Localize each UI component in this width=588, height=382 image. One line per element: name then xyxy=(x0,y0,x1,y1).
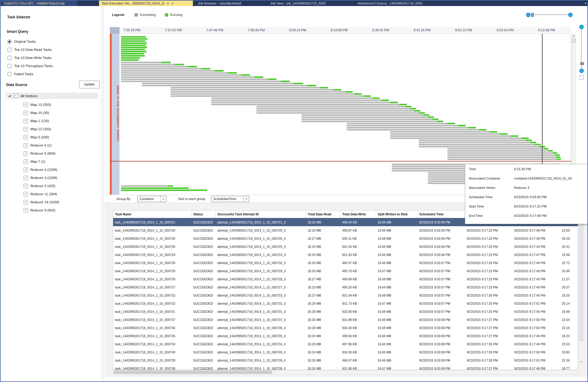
table-row[interactable]: task_1442995301718_0014_1_10_000738SUCCE… xyxy=(113,364,578,370)
checkbox-icon[interactable]: ✓ xyxy=(23,200,28,205)
tab-5[interactable]: HiveServer2 Execut...1442995301718_0031 xyxy=(355,1,453,6)
checkbox-icon[interactable]: ✓ xyxy=(23,184,28,188)
tree-item[interactable]: ✓Map 1 (125) xyxy=(23,118,49,124)
table-row[interactable]: task_1442995301718_0014_1_10_000730SUCCE… xyxy=(113,259,578,267)
table-cell: 16.64 MB xyxy=(376,283,417,291)
tree-item[interactable]: ✓Reducer 5 (694) xyxy=(23,150,55,156)
tab-dropdown-icon[interactable]: ▼ xyxy=(167,1,169,6)
table-row[interactable]: task_1442995301718_0014_1_10_000724SUCCE… xyxy=(113,251,578,259)
sort-in-group-dropdown[interactable]: ScheduledTime ▼ xyxy=(211,196,249,202)
column-header[interactable]: Successful Task Attempt ID xyxy=(215,211,306,218)
column-header[interactable]: Spill Written to Disk xyxy=(376,211,417,218)
radio-option-2[interactable]: Top 10 Data Read Tasks xyxy=(7,47,52,53)
tree-item[interactable]: ✓Map 0 (250) xyxy=(23,134,49,140)
checkbox-icon[interactable]: ✓ xyxy=(23,159,28,164)
radio-option-1[interactable]: Original Tasks xyxy=(7,39,36,45)
zoom-out-vertical-button[interactable]: − xyxy=(579,69,584,73)
radio-icon[interactable] xyxy=(7,39,12,44)
zoom-out-horizontal-button[interactable]: − xyxy=(526,13,531,17)
checkbox-all-vertices[interactable]: ✓ xyxy=(14,94,18,98)
column-header[interactable]: Task Name xyxy=(113,211,191,218)
table-row[interactable]: task_1442995301718_0014_1_10_000734SUCCE… xyxy=(113,340,578,348)
zoom-in-vertical-button[interactable]: ↑ xyxy=(579,25,584,29)
tree-item[interactable]: ✓Map 13 (250) xyxy=(23,102,51,108)
table-row[interactable]: task_1442995301718_0014_1_10_000733SUCCE… xyxy=(113,291,578,299)
tree-item[interactable]: ✓Map 7 (1) xyxy=(23,159,45,165)
table-row[interactable]: task_1442995301718_0014_1_10_000737SUCCE… xyxy=(113,316,578,324)
table-row[interactable]: task_1442995301718_0014_1_10_000736SUCCE… xyxy=(113,324,578,332)
container-row-gutter[interactable]: container_1442995301718_0014_01_000008 xyxy=(110,34,119,195)
tree-expander-icon[interactable] xyxy=(8,95,11,97)
table-row[interactable]: task_1442995301718_0014_1_10_000731SUCCE… xyxy=(113,307,578,316)
table-row[interactable]: task_1442995301718_0014_1_10_000726SUCCE… xyxy=(113,234,578,242)
column-header[interactable]: Status xyxy=(191,211,215,218)
zoom-in-horizontal-button[interactable]: → xyxy=(568,13,573,17)
checkbox-icon[interactable]: ✓ xyxy=(23,151,28,156)
tree-item[interactable]: ✓Reducer 11 (304) xyxy=(23,191,57,197)
table-row[interactable]: task_1442995301718_0014_1_10_000728SUCCE… xyxy=(113,275,578,283)
chevron-down-icon[interactable]: ▼ xyxy=(161,196,166,202)
table-row[interactable]: task_1442995301718_0014_1_10_000739SUCCE… xyxy=(113,356,578,364)
column-header[interactable]: Total Data Read xyxy=(306,211,340,218)
chevron-down-icon[interactable]: ▼ xyxy=(243,196,249,202)
radio-option-3[interactable]: Top 10 Data Write Tasks xyxy=(7,55,51,61)
radio-icon[interactable] xyxy=(7,72,12,76)
tree-item[interactable]: ✓Reducer 9 (903) xyxy=(23,207,55,213)
tab-4[interactable]: Job View : job_1442995301718_0032 xyxy=(268,1,353,6)
table-scrollbar-thumb[interactable] xyxy=(579,211,583,341)
tab-close-icon[interactable]: ✕ xyxy=(172,1,174,6)
table-vertical-scrollbar[interactable]: ▼ xyxy=(578,210,583,370)
tree-item[interactable]: ✓Map 10 (35) xyxy=(23,110,49,116)
tab-2[interactable]: Task Execution Vie...2995301718_0014_1)▼… xyxy=(99,1,193,6)
checkbox-icon[interactable]: ✓ xyxy=(23,208,28,213)
checkbox-icon[interactable]: ✓ xyxy=(23,119,28,123)
table-row[interactable]: task_1442995301718_0014_1_10_000720SUCCE… xyxy=(113,226,578,234)
chart-scrollbar-thumb[interactable] xyxy=(572,39,576,43)
table-row[interactable]: task_1442995301718_0014_1_10_000735SUCCE… xyxy=(113,332,578,340)
table-cell: SUCCEEDED xyxy=(191,275,215,283)
table-row[interactable]: task_1442995301718_0014_1_10_000740SUCCE… xyxy=(113,348,578,356)
tree-item[interactable]: ✓Map 12 (250) xyxy=(23,126,51,132)
tree-item[interactable]: ✓Reducer 6 (1) xyxy=(23,142,51,148)
vertical-zoom-slider-handle[interactable] xyxy=(580,62,584,65)
tab-3[interactable]: Job Browser : vstooltpchtest3 xyxy=(196,1,263,6)
checkbox-icon[interactable]: ✓ xyxy=(23,103,28,107)
fit-to-view-button[interactable] xyxy=(579,75,584,80)
h-scrollbar-thumb[interactable] xyxy=(113,371,272,374)
checkbox-icon[interactable]: ✓ xyxy=(23,143,28,148)
checkbox-icon[interactable]: ✓ xyxy=(23,135,28,140)
horizontal-zoom-slider-handle[interactable] xyxy=(531,13,534,17)
group-by-dropdown[interactable]: Container ▼ xyxy=(138,196,166,202)
running-tip-bar xyxy=(553,152,557,154)
tab-1[interactable]: 7a9bd712-72ce-427...-49d60e76da1d.hql xyxy=(1,1,77,6)
horizontal-zoom-slider-track[interactable] xyxy=(530,14,569,15)
checkbox-icon[interactable]: ✓ xyxy=(23,168,28,172)
checkbox-icon[interactable]: ✓ xyxy=(23,176,28,180)
tree-item[interactable]: ✓Reducer 2 (432) xyxy=(23,183,55,189)
radio-icon[interactable] xyxy=(7,56,12,60)
checkbox-icon[interactable]: ✓ xyxy=(23,127,28,131)
checkbox-icon[interactable]: ✓ xyxy=(23,111,28,115)
scroll-up-arrow-icon[interactable]: ▲ xyxy=(571,34,576,37)
radio-icon[interactable] xyxy=(7,64,12,68)
checkbox-icon[interactable]: ✓ xyxy=(23,192,28,196)
radio-option-5[interactable]: Failed Tasks xyxy=(7,71,33,77)
table-row[interactable]: task_1442995301718_0014_1_10_000732SUCCE… xyxy=(113,299,578,307)
tree-item[interactable]: ✓Reducer 3 (1009) xyxy=(23,175,57,181)
column-header[interactable]: Scheduled Time xyxy=(417,211,465,218)
tree-item[interactable]: ✓Reducer 4 (1009) xyxy=(23,167,57,173)
table-row[interactable]: task_1442995301718_0014_1_10_000729SUCCE… xyxy=(113,267,578,275)
radio-icon[interactable] xyxy=(7,48,12,52)
panel-splitter[interactable] xyxy=(102,6,104,380)
tree-item[interactable]: ✓Reducer 14 (1009) xyxy=(23,199,59,205)
table-row[interactable]: task_1442995301718_0014_1_10_000727SUCCE… xyxy=(113,283,578,291)
tree-root-all-vertices[interactable]: ✓ All Vertices xyxy=(6,93,98,99)
task-table[interactable]: Task NameStatusSuccessful Task Attempt I… xyxy=(113,210,578,370)
table-row[interactable]: task_1442995301718_0014_1_10_000725SUCCE… xyxy=(113,242,578,251)
scroll-down-arrow-icon[interactable]: ▼ xyxy=(579,361,583,363)
tab-overflow-chevron-icon[interactable]: ▾ xyxy=(585,1,586,6)
update-button[interactable]: Update xyxy=(79,81,100,88)
table-horizontal-scrollbar[interactable] xyxy=(113,370,578,374)
radio-option-4[interactable]: Top 10 Throughput Tasks xyxy=(7,63,53,69)
column-header[interactable]: Total Data Write xyxy=(340,211,376,218)
